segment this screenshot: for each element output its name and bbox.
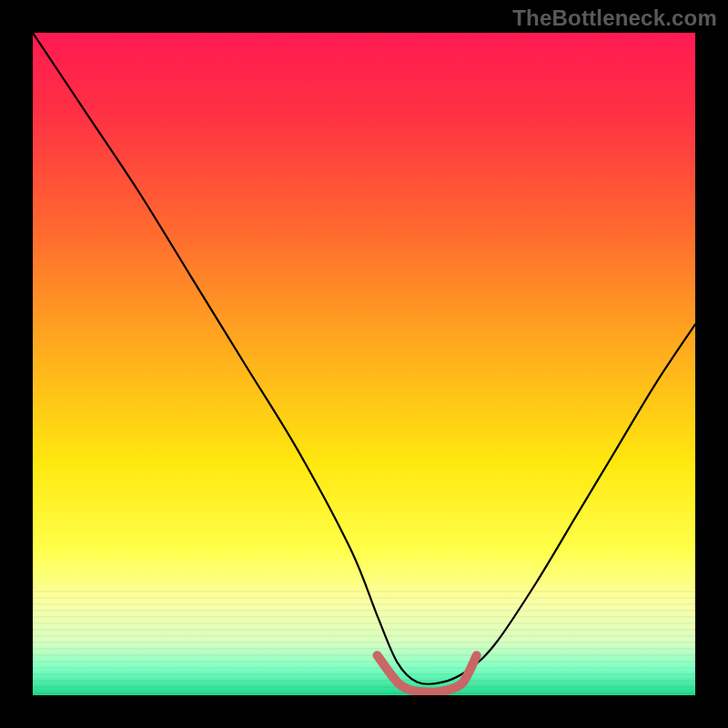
chart-frame: TheBottleneck.com [0,0,728,728]
plot-area [33,33,695,695]
curve-layer [33,33,695,695]
watermark-text: TheBottleneck.com [512,5,717,31]
bottleneck-curve [33,33,695,684]
